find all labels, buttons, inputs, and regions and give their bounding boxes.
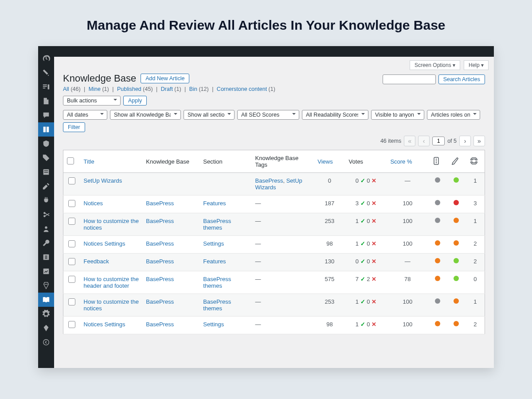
row-checkbox[interactable] [68,321,75,328]
sidebar-item-tools[interactable] [38,236,54,250]
section-link[interactable]: BasePress themes [203,276,231,289]
article-title-link[interactable]: Notices Settings [84,321,125,328]
filter-sections-select[interactable]: Show all sections [184,110,235,120]
score-value: — [387,254,428,271]
sidebar-item-pages[interactable] [38,94,54,108]
filter-readability-select[interactable]: All Readability Scores [302,110,368,120]
tags-empty: — [255,298,261,305]
sidebar-item-knowledge-base[interactable] [38,122,54,137]
readability-dot [447,254,466,271]
sidebar-item-plugins[interactable] [38,193,54,207]
article-title-link[interactable]: How to customize the notices [84,298,139,312]
kb-link[interactable]: BasePress [146,218,174,224]
filter-cornerstone[interactable]: Cornerstone content [217,86,267,92]
sidebar-item-analytics[interactable] [38,264,54,278]
col-views[interactable]: Views [314,150,345,173]
current-page-input[interactable] [432,137,445,145]
kb-link[interactable]: BasePress [146,258,174,265]
tag-link[interactable]: BasePress [255,177,283,184]
kb-link[interactable]: BasePress [146,200,174,207]
section-link[interactable]: Settings [203,321,224,328]
article-title-link[interactable]: Notices [84,200,103,207]
sidebar-item-media[interactable] [38,80,54,94]
help-button[interactable]: Help ▾ [464,60,489,70]
links-count: 1 [466,173,485,196]
filter-bin[interactable]: Bin [189,86,197,92]
sidebar-item-dashboard[interactable] [38,51,54,66]
sidebar-item-users[interactable] [38,222,54,236]
filter-visibility-select[interactable]: Visible to anyone [371,110,424,120]
readability-dot [447,317,466,334]
table-row: Notices SettingsBasePressSettings—981 ✓ … [63,236,485,254]
sidebar-item-shield[interactable] [38,137,54,151]
row-checkbox[interactable] [68,258,75,265]
sidebar-item-gear[interactable] [38,307,54,321]
filter-dates-select[interactable]: All dates [63,110,107,120]
filter-all[interactable]: All [63,86,69,92]
sidebar-item-diamond[interactable] [38,321,54,335]
row-checkbox[interactable] [68,177,75,184]
kb-link[interactable]: BasePress [146,321,174,328]
filter-draft[interactable]: Draft [161,86,173,92]
search-input[interactable] [383,74,436,84]
prev-page-button[interactable]: ‹ [418,136,430,146]
section-link[interactable]: Features [203,200,226,207]
svg-point-8 [43,340,49,345]
sidebar-item-settings[interactable] [38,250,54,264]
screen-options-button[interactable]: Screen Options ▾ [410,60,460,70]
votes-value: 1 ✓ 0 ✕ [345,294,387,317]
article-title-link[interactable]: Notices Settings [84,240,125,247]
section-link[interactable]: BasePress themes [203,218,231,231]
section-link[interactable]: Settings [203,240,224,247]
article-title-link[interactable]: SetUp Wizards [84,177,122,184]
svg-point-3 [43,212,46,214]
select-all-checkbox[interactable] [67,157,74,164]
links-count: 1 [466,213,485,236]
article-title-link[interactable]: How to customize the notices [84,218,139,231]
article-title-link[interactable]: Feedback [84,258,109,265]
next-page-button[interactable]: › [459,136,471,146]
bulk-actions-select[interactable]: Bulk actions [63,96,121,106]
sidebar-item-book[interactable] [38,293,54,307]
last-page-button[interactable]: » [473,136,485,146]
filter-button[interactable]: Filter [63,122,85,132]
seo-dot [428,236,447,254]
table-row: How to customize the noticesBasePressBas… [63,294,485,317]
row-checkbox[interactable] [68,298,75,305]
seo-dot [428,271,447,294]
section-link[interactable]: BasePress themes [203,298,231,312]
sidebar-item-seo[interactable] [38,278,54,293]
add-new-article-button[interactable]: Add New Article [141,74,189,83]
article-title-link[interactable]: How to customize the header and footer [84,276,139,289]
row-checkbox[interactable] [68,200,75,207]
filter-kb-select[interactable]: Show all Knowledge Bases [110,110,181,120]
tags-empty: — [255,321,261,328]
sidebar-item-appearance[interactable] [38,179,54,193]
seo-dot [428,294,447,317]
first-page-button[interactable]: « [404,136,415,146]
filter-roles-select[interactable]: Articles roles only [427,110,480,120]
row-checkbox[interactable] [68,218,75,225]
col-score[interactable]: Score % [387,150,428,173]
sidebar-item-scissors[interactable] [38,207,54,222]
sidebar-item-tag[interactable] [38,151,54,165]
table-row: NoticesBasePressFeatures—1873 ✓ 0 ✕1003 [63,196,485,213]
filter-published[interactable]: Published [117,86,141,92]
row-checkbox[interactable] [68,240,75,247]
kb-link[interactable]: BasePress [146,276,174,282]
sidebar-item-comments[interactable] [38,108,54,122]
section-link[interactable]: Features [203,258,226,265]
col-title[interactable]: Title [80,150,143,173]
sidebar-item-forms[interactable] [38,165,54,179]
tags-empty: — [255,200,261,207]
search-articles-button[interactable]: Search Articles [438,74,485,84]
kb-link[interactable]: BasePress [146,298,174,305]
sidebar-item-collapse[interactable] [38,335,54,349]
filter-seo-select[interactable]: All SEO Scores [237,110,299,120]
svg-point-12 [436,162,437,163]
kb-link[interactable]: BasePress [146,240,174,247]
row-checkbox[interactable] [68,276,75,283]
sidebar-item-posts[interactable] [38,66,54,80]
filter-mine[interactable]: Mine [89,86,101,92]
apply-bulk-button[interactable]: Apply [123,96,147,106]
